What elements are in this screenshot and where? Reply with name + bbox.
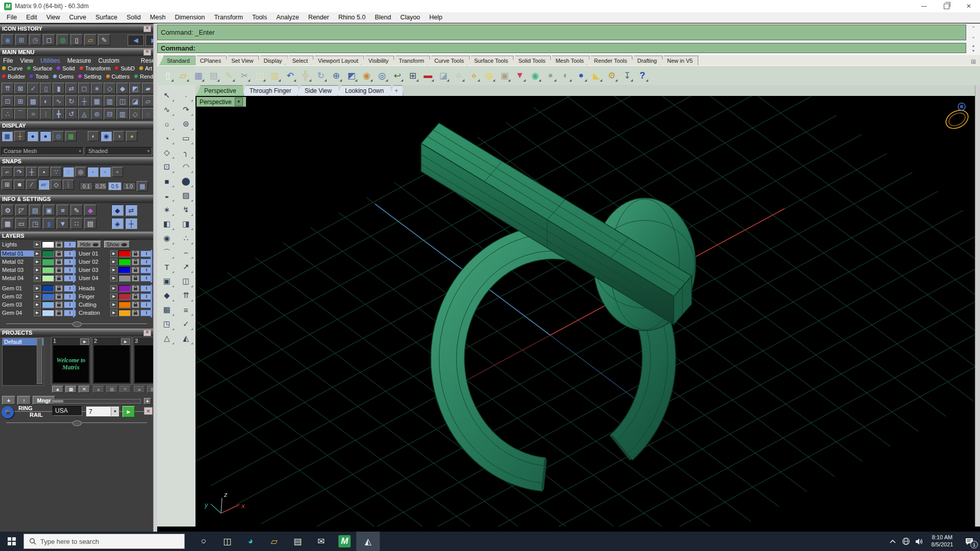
funnel-icon[interactable]: ▼ bbox=[57, 218, 69, 229]
projects-expand-button[interactable]: + bbox=[144, 398, 151, 405]
ellipse-icon[interactable]: ⊜ bbox=[177, 117, 194, 131]
slot-load-button[interactable]: ▲ bbox=[134, 386, 145, 393]
globe-green-icon[interactable]: ◍ bbox=[57, 34, 69, 45]
point-icon[interactable]: · bbox=[177, 88, 194, 103]
options-gears-icon[interactable]: ⚙ bbox=[2, 205, 14, 216]
sphere-dark-icon[interactable]: ◑ bbox=[113, 131, 125, 141]
flash-icon[interactable]: ↯ bbox=[177, 203, 194, 217]
layer-color-swatch[interactable] bbox=[118, 310, 131, 316]
minimize-button[interactable] bbox=[913, 0, 935, 12]
layer-expand-icon[interactable]: ▶ bbox=[34, 275, 41, 282]
ribbon-tab-drafting[interactable]: Drafting bbox=[629, 56, 663, 65]
circle-center-icon[interactable]: ◌ bbox=[452, 69, 465, 82]
layer-lock-icon[interactable] bbox=[132, 293, 139, 300]
task-view-taskbar-icon[interactable]: ◫ bbox=[215, 532, 239, 551]
history-forward-button[interactable]: ▶ bbox=[145, 35, 153, 46]
move-axes-icon[interactable]: ┼ bbox=[125, 218, 137, 229]
projects-scroll-knob[interactable] bbox=[52, 400, 63, 403]
green-grid-icon[interactable]: ▩ bbox=[65, 131, 77, 141]
menu-help[interactable]: Help bbox=[425, 13, 447, 22]
project-slot-2[interactable]: 2▶ bbox=[92, 337, 132, 385]
snap-quad-icon[interactable]: ◦ bbox=[100, 167, 111, 177]
layer-expand-icon[interactable]: ▶ bbox=[110, 285, 117, 292]
mm-tool-r2c3-icon[interactable]: ▩ bbox=[27, 95, 39, 107]
plane-icon[interactable]: ◫ bbox=[177, 274, 194, 288]
layer-lock-icon[interactable] bbox=[55, 259, 63, 265]
ribbon-tab-solid-tools[interactable]: Solid Tools bbox=[510, 56, 551, 65]
mm-tool-r3c10-icon[interactable]: ▥ bbox=[116, 108, 129, 119]
notes-pencil-icon[interactable]: ✎ bbox=[70, 205, 83, 216]
layer-color-swatch[interactable] bbox=[118, 293, 131, 300]
layer-name[interactable]: Lights bbox=[1, 241, 34, 247]
file-explorer-taskbar-icon[interactable]: ▱ bbox=[262, 532, 286, 551]
tab-bar-options-icon[interactable]: ⊞ bbox=[971, 58, 976, 65]
text-icon[interactable]: T bbox=[158, 260, 176, 274]
projects-list-scrollbar[interactable] bbox=[37, 338, 42, 384]
color-wheel-icon[interactable]: ◉ bbox=[529, 69, 542, 82]
layer-color-swatch[interactable] bbox=[42, 275, 54, 282]
main-menu-tab-utilities[interactable]: Utilities bbox=[40, 57, 60, 64]
matrix-taskbar-icon[interactable]: M bbox=[333, 532, 356, 551]
points-on-icon[interactable]: ∴ bbox=[177, 231, 194, 245]
close-icon[interactable]: ✕ bbox=[143, 26, 151, 32]
layer-expand-icon[interactable]: ▶ bbox=[34, 285, 41, 292]
layer-color-swatch[interactable] bbox=[118, 259, 131, 265]
layer-color-swatch[interactable] bbox=[42, 241, 54, 248]
menu-render[interactable]: Render bbox=[304, 13, 334, 22]
snap-perp-icon[interactable]: ◎ bbox=[75, 167, 86, 177]
command-scrollbar[interactable]: ⌃⌄ bbox=[968, 24, 979, 40]
sphere-flat-icon[interactable]: ◐ bbox=[88, 131, 99, 141]
mm-tool-r3c8-icon[interactable]: ⊜ bbox=[91, 108, 103, 119]
layer-color-swatch[interactable] bbox=[118, 302, 131, 308]
slot-menu-icon[interactable]: ▶ bbox=[121, 338, 130, 345]
mm-tool-r1c10-icon[interactable]: ◆ bbox=[116, 83, 129, 94]
hide-button[interactable]: Hide bbox=[78, 241, 101, 248]
mm-tool-r3c7-icon[interactable]: ◬ bbox=[78, 108, 90, 119]
zoom-selected-icon[interactable]: ◉ bbox=[360, 69, 373, 82]
save-icon[interactable]: ▦ bbox=[192, 69, 205, 82]
wire-cube-icon[interactable]: ◳ bbox=[29, 218, 41, 229]
solid-icon[interactable]: ◆ bbox=[158, 288, 176, 303]
action-center-button[interactable]: 1 bbox=[959, 532, 980, 551]
layers-collapse-slider[interactable] bbox=[6, 323, 147, 324]
snap-near-icon[interactable]: ↷ bbox=[14, 167, 25, 177]
layer-expand-icon[interactable]: ▶ bbox=[110, 259, 117, 265]
snap-mid-icon[interactable]: ▪ bbox=[38, 167, 50, 177]
layer-lock-icon[interactable] bbox=[132, 302, 139, 308]
category-art[interactable]: Art bbox=[139, 65, 152, 71]
viewport-tab-perspective[interactable]: Perspective bbox=[197, 85, 244, 96]
cone-icon[interactable]: △ bbox=[158, 331, 176, 345]
visibility-swap-icon[interactable]: ◪ bbox=[437, 69, 450, 82]
undo-view-icon[interactable]: ↩ bbox=[391, 69, 404, 82]
ring-size-dropdown[interactable]: 7▼ bbox=[86, 406, 119, 417]
layer-expand-icon[interactable]: ▶ bbox=[34, 251, 41, 257]
clock-icon[interactable]: ◷ bbox=[29, 34, 41, 45]
taskbar-clock[interactable]: 8:10 AM 8/5/2021 bbox=[926, 534, 959, 548]
snap-knot-icon[interactable]: ▫ bbox=[112, 167, 123, 177]
mm-tool-r3c2-icon[interactable]: ⌒ bbox=[14, 108, 27, 119]
menu-clayoo[interactable]: Clayoo bbox=[396, 13, 425, 22]
blend-icon[interactable]: ⌒ bbox=[158, 245, 176, 260]
render-flamingo-icon[interactable]: ▼ bbox=[513, 69, 526, 82]
edge-taskbar-icon[interactable]: ◕ bbox=[239, 532, 262, 551]
category-curve[interactable]: Curve bbox=[2, 65, 22, 71]
layer-name[interactable]: Creation bbox=[78, 310, 110, 316]
layer-lock-icon[interactable] bbox=[55, 302, 63, 308]
figure-icon[interactable]: ┼ bbox=[14, 131, 26, 141]
box-notes-icon[interactable]: ▣ bbox=[43, 205, 55, 216]
mm-tool-r2c1-icon[interactable]: ⊡ bbox=[2, 95, 14, 107]
category-tools[interactable]: Tools bbox=[30, 73, 48, 80]
grid-snap-icon[interactable]: ⊞ bbox=[2, 180, 13, 190]
sphere-wire-icon[interactable]: ◉ bbox=[101, 131, 112, 141]
menu-mesh[interactable]: Mesh bbox=[145, 13, 170, 22]
layer-color-swatch[interactable] bbox=[42, 285, 54, 292]
mm-tool-r1c7-icon[interactable]: ◻ bbox=[78, 83, 90, 94]
layer-expand-icon[interactable]: ▶ bbox=[34, 302, 41, 308]
menu-curve[interactable]: Curve bbox=[65, 13, 91, 22]
mm-tool-r2c8-icon[interactable]: ▦ bbox=[91, 95, 103, 107]
edit-properties-icon[interactable]: ✎ bbox=[223, 69, 235, 82]
layer-lock-icon[interactable] bbox=[55, 241, 63, 248]
history-back-button[interactable]: ◀ bbox=[128, 35, 144, 46]
spin-down-icon[interactable]: ▼ bbox=[972, 49, 975, 53]
layer-name[interactable]: Finger bbox=[78, 293, 110, 299]
